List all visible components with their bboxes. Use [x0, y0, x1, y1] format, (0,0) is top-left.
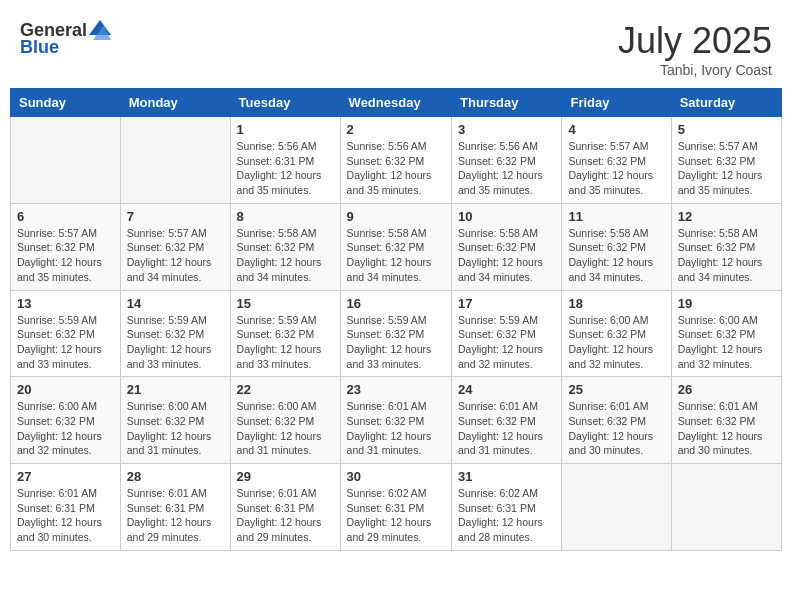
day-info: Sunrise: 5:59 AM Sunset: 6:32 PM Dayligh… [458, 313, 555, 372]
calendar-cell: 1Sunrise: 5:56 AM Sunset: 6:31 PM Daylig… [230, 117, 340, 204]
day-info: Sunrise: 5:59 AM Sunset: 6:32 PM Dayligh… [127, 313, 224, 372]
day-number: 28 [127, 469, 224, 484]
calendar-cell: 31Sunrise: 6:02 AM Sunset: 6:31 PM Dayli… [452, 464, 562, 551]
day-number: 3 [458, 122, 555, 137]
day-info: Sunrise: 5:57 AM Sunset: 6:32 PM Dayligh… [17, 226, 114, 285]
day-info: Sunrise: 6:01 AM Sunset: 6:32 PM Dayligh… [347, 399, 445, 458]
location-subtitle: Tanbi, Ivory Coast [618, 62, 772, 78]
day-number: 14 [127, 296, 224, 311]
day-info: Sunrise: 5:58 AM Sunset: 6:32 PM Dayligh… [568, 226, 664, 285]
calendar-cell: 27Sunrise: 6:01 AM Sunset: 6:31 PM Dayli… [11, 464, 121, 551]
logo: General Blue [20, 20, 111, 58]
weekday-header-thursday: Thursday [452, 89, 562, 117]
day-number: 24 [458, 382, 555, 397]
logo-icon [89, 20, 111, 40]
day-number: 17 [458, 296, 555, 311]
day-info: Sunrise: 6:00 AM Sunset: 6:32 PM Dayligh… [237, 399, 334, 458]
weekday-header-row: SundayMondayTuesdayWednesdayThursdayFrid… [11, 89, 782, 117]
calendar-cell: 15Sunrise: 5:59 AM Sunset: 6:32 PM Dayli… [230, 290, 340, 377]
calendar-cell: 23Sunrise: 6:01 AM Sunset: 6:32 PM Dayli… [340, 377, 451, 464]
calendar-cell: 26Sunrise: 6:01 AM Sunset: 6:32 PM Dayli… [671, 377, 781, 464]
day-number: 12 [678, 209, 775, 224]
weekday-header-wednesday: Wednesday [340, 89, 451, 117]
day-number: 22 [237, 382, 334, 397]
day-info: Sunrise: 5:58 AM Sunset: 6:32 PM Dayligh… [347, 226, 445, 285]
calendar-week-row: 1Sunrise: 5:56 AM Sunset: 6:31 PM Daylig… [11, 117, 782, 204]
calendar-cell: 13Sunrise: 5:59 AM Sunset: 6:32 PM Dayli… [11, 290, 121, 377]
day-info: Sunrise: 6:00 AM Sunset: 6:32 PM Dayligh… [127, 399, 224, 458]
calendar-cell: 3Sunrise: 5:56 AM Sunset: 6:32 PM Daylig… [452, 117, 562, 204]
calendar-cell: 30Sunrise: 6:02 AM Sunset: 6:31 PM Dayli… [340, 464, 451, 551]
day-number: 6 [17, 209, 114, 224]
calendar-cell: 24Sunrise: 6:01 AM Sunset: 6:32 PM Dayli… [452, 377, 562, 464]
day-number: 27 [17, 469, 114, 484]
day-number: 19 [678, 296, 775, 311]
calendar-cell: 10Sunrise: 5:58 AM Sunset: 6:32 PM Dayli… [452, 203, 562, 290]
calendar-cell: 20Sunrise: 6:00 AM Sunset: 6:32 PM Dayli… [11, 377, 121, 464]
calendar-cell [120, 117, 230, 204]
month-year-title: July 2025 [618, 20, 772, 62]
day-number: 15 [237, 296, 334, 311]
day-number: 10 [458, 209, 555, 224]
calendar-cell: 17Sunrise: 5:59 AM Sunset: 6:32 PM Dayli… [452, 290, 562, 377]
title-section: July 2025 Tanbi, Ivory Coast [618, 20, 772, 78]
day-number: 1 [237, 122, 334, 137]
page-header: General Blue July 2025 Tanbi, Ivory Coas… [10, 10, 782, 83]
day-info: Sunrise: 5:59 AM Sunset: 6:32 PM Dayligh… [17, 313, 114, 372]
calendar-cell: 7Sunrise: 5:57 AM Sunset: 6:32 PM Daylig… [120, 203, 230, 290]
day-info: Sunrise: 5:58 AM Sunset: 6:32 PM Dayligh… [458, 226, 555, 285]
day-info: Sunrise: 6:01 AM Sunset: 6:32 PM Dayligh… [458, 399, 555, 458]
day-info: Sunrise: 6:01 AM Sunset: 6:31 PM Dayligh… [127, 486, 224, 545]
calendar-cell: 28Sunrise: 6:01 AM Sunset: 6:31 PM Dayli… [120, 464, 230, 551]
calendar-week-row: 13Sunrise: 5:59 AM Sunset: 6:32 PM Dayli… [11, 290, 782, 377]
day-number: 9 [347, 209, 445, 224]
day-info: Sunrise: 6:00 AM Sunset: 6:32 PM Dayligh… [678, 313, 775, 372]
calendar-cell: 16Sunrise: 5:59 AM Sunset: 6:32 PM Dayli… [340, 290, 451, 377]
day-number: 30 [347, 469, 445, 484]
day-info: Sunrise: 6:01 AM Sunset: 6:32 PM Dayligh… [568, 399, 664, 458]
calendar-week-row: 27Sunrise: 6:01 AM Sunset: 6:31 PM Dayli… [11, 464, 782, 551]
day-info: Sunrise: 6:02 AM Sunset: 6:31 PM Dayligh… [347, 486, 445, 545]
calendar-cell: 11Sunrise: 5:58 AM Sunset: 6:32 PM Dayli… [562, 203, 671, 290]
calendar-cell: 9Sunrise: 5:58 AM Sunset: 6:32 PM Daylig… [340, 203, 451, 290]
calendar-cell: 5Sunrise: 5:57 AM Sunset: 6:32 PM Daylig… [671, 117, 781, 204]
calendar-cell: 2Sunrise: 5:56 AM Sunset: 6:32 PM Daylig… [340, 117, 451, 204]
day-number: 21 [127, 382, 224, 397]
day-number: 5 [678, 122, 775, 137]
calendar-cell: 4Sunrise: 5:57 AM Sunset: 6:32 PM Daylig… [562, 117, 671, 204]
calendar-cell: 29Sunrise: 6:01 AM Sunset: 6:31 PM Dayli… [230, 464, 340, 551]
calendar-cell: 8Sunrise: 5:58 AM Sunset: 6:32 PM Daylig… [230, 203, 340, 290]
day-info: Sunrise: 6:00 AM Sunset: 6:32 PM Dayligh… [17, 399, 114, 458]
day-info: Sunrise: 6:01 AM Sunset: 6:31 PM Dayligh… [237, 486, 334, 545]
day-number: 13 [17, 296, 114, 311]
day-info: Sunrise: 5:56 AM Sunset: 6:32 PM Dayligh… [458, 139, 555, 198]
calendar-table: SundayMondayTuesdayWednesdayThursdayFrid… [10, 88, 782, 551]
weekday-header-friday: Friday [562, 89, 671, 117]
calendar-cell: 14Sunrise: 5:59 AM Sunset: 6:32 PM Dayli… [120, 290, 230, 377]
calendar-cell: 12Sunrise: 5:58 AM Sunset: 6:32 PM Dayli… [671, 203, 781, 290]
day-number: 7 [127, 209, 224, 224]
day-info: Sunrise: 5:57 AM Sunset: 6:32 PM Dayligh… [568, 139, 664, 198]
day-number: 18 [568, 296, 664, 311]
day-number: 26 [678, 382, 775, 397]
day-info: Sunrise: 5:58 AM Sunset: 6:32 PM Dayligh… [237, 226, 334, 285]
calendar-cell: 22Sunrise: 6:00 AM Sunset: 6:32 PM Dayli… [230, 377, 340, 464]
day-info: Sunrise: 5:59 AM Sunset: 6:32 PM Dayligh… [237, 313, 334, 372]
calendar-cell: 18Sunrise: 6:00 AM Sunset: 6:32 PM Dayli… [562, 290, 671, 377]
day-info: Sunrise: 6:01 AM Sunset: 6:32 PM Dayligh… [678, 399, 775, 458]
day-info: Sunrise: 6:00 AM Sunset: 6:32 PM Dayligh… [568, 313, 664, 372]
day-number: 29 [237, 469, 334, 484]
weekday-header-monday: Monday [120, 89, 230, 117]
day-info: Sunrise: 5:56 AM Sunset: 6:32 PM Dayligh… [347, 139, 445, 198]
calendar-cell: 6Sunrise: 5:57 AM Sunset: 6:32 PM Daylig… [11, 203, 121, 290]
day-number: 20 [17, 382, 114, 397]
calendar-cell: 21Sunrise: 6:00 AM Sunset: 6:32 PM Dayli… [120, 377, 230, 464]
day-number: 2 [347, 122, 445, 137]
day-info: Sunrise: 6:02 AM Sunset: 6:31 PM Dayligh… [458, 486, 555, 545]
calendar-cell [562, 464, 671, 551]
calendar-cell [671, 464, 781, 551]
day-number: 8 [237, 209, 334, 224]
day-number: 4 [568, 122, 664, 137]
logo-text-blue: Blue [20, 37, 59, 58]
day-number: 25 [568, 382, 664, 397]
